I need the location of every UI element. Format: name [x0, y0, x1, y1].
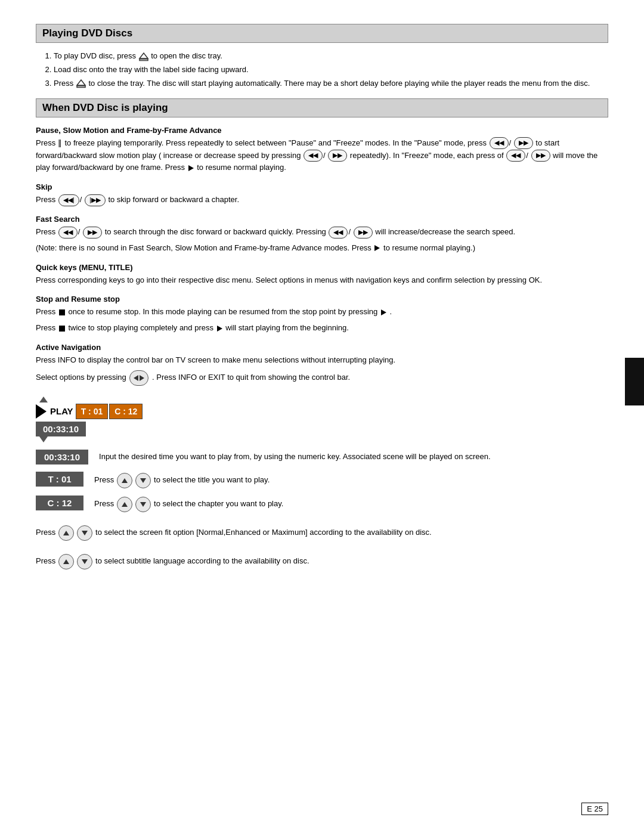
down-btn-screen	[77, 525, 92, 541]
section-title-1: Playing DVD Discs	[36, 24, 608, 43]
time-input-row: 00:33:10 Input the desired time you want…	[36, 450, 608, 465]
step-1: To play DVD disc, press to open the disc…	[54, 50, 608, 63]
play-icon-2	[374, 245, 380, 251]
arrow-right-icon	[140, 375, 144, 381]
play-text: PLAY	[50, 406, 73, 416]
play-label: PLAY	[36, 404, 73, 419]
step-2: Load disc onto the tray with the label s…	[54, 64, 608, 76]
quick-keys-text: Press corresponding keys to go into thei…	[36, 274, 608, 287]
rew-btn-2: ◀◀	[329, 227, 348, 239]
quick-keys-title: Quick keys (MENU, TITLE)	[36, 263, 608, 272]
timestamp-box: 00:33:10	[36, 422, 86, 436]
fast-search-text2: (Note: there is no sound in Fast Search,…	[36, 242, 608, 255]
step-3: Press to close the tray. The disc will s…	[54, 78, 608, 90]
play-icon-4	[217, 326, 222, 332]
chapter-label: C : 12	[36, 496, 83, 510]
up-arrow-subtitle-icon	[63, 559, 69, 564]
stop-icon	[59, 309, 65, 315]
up-btn-chapter	[117, 497, 132, 512]
section-playing-dvd: Playing DVD Discs To play DVD disc, pres…	[36, 24, 608, 90]
play-icon	[188, 165, 194, 171]
pause-text: Press ‖ to freeze playing temporarily. P…	[36, 137, 608, 175]
control-bar: PLAY T : 01 C : 12 00:33:10	[36, 397, 608, 442]
t-box: T : 01	[76, 404, 109, 419]
rew-btn: ◀◀	[58, 227, 78, 239]
page-number: E 25	[581, 803, 608, 815]
section-when-playing: When DVD Disc is playing Pause, Slow Mot…	[36, 98, 608, 569]
ffwd-btn-2: ▶▶	[328, 150, 347, 162]
ffwd-btn: ▶▶	[514, 137, 533, 149]
rewind-btn-2: ◀◀	[304, 150, 323, 162]
down-arrow-screen-icon	[82, 531, 88, 535]
rewind-btn-3: ◀◀	[506, 150, 525, 162]
eject-icon-2	[76, 78, 86, 90]
screen-fit-text: Press to select the screen fit option [N…	[36, 524, 432, 541]
section-title-2: When DVD Disc is playing	[36, 98, 608, 117]
stop-text2: Press twice to stop playing completely a…	[36, 322, 608, 335]
fwd-btn-2: ▶▶	[354, 227, 373, 239]
playing-steps: To play DVD disc, press to open the disc…	[54, 50, 608, 90]
up-btn-screen	[58, 525, 74, 541]
fast-search-title: Fast Search	[36, 215, 608, 224]
up-btn-title	[117, 473, 132, 488]
chapter-select-row: C : 12 Press to select the chapter you w…	[36, 496, 608, 512]
press-label-chapter: Press	[94, 499, 114, 508]
play-arrow-large-icon	[36, 404, 47, 419]
pause-icon: ‖	[58, 137, 63, 150]
down-arrow-title-icon	[140, 478, 146, 483]
pause-title: Pause, Slow Motion and Frame-by-Frame Ad…	[36, 126, 608, 135]
fast-search-text1: Press ◀◀/ ▶▶ to search through the disc …	[36, 226, 608, 239]
rewind-btn: ◀◀	[490, 137, 509, 149]
svg-marker-2	[77, 80, 85, 85]
eject-icon	[138, 50, 149, 63]
stop-text1: Press once to resume stop. In this mode …	[36, 306, 608, 318]
time-input-text: Input the desired time you want to play …	[99, 450, 491, 463]
active-nav-text1: Press INFO to display the control bar on…	[36, 354, 608, 367]
arrow-left-icon	[134, 375, 138, 381]
down-arrow-chapter-icon	[140, 502, 146, 507]
arrow-down-icon	[39, 436, 48, 442]
press-label-subtitle: Press	[36, 556, 55, 565]
active-nav-text2: Select options by pressing . Press INFO …	[36, 370, 608, 386]
down-btn-title	[135, 473, 151, 488]
fwd-btn: ▶▶	[83, 227, 102, 239]
press-label-screen: Press	[36, 528, 55, 537]
ffwd-btn-3: ▶▶	[531, 150, 550, 162]
press-label-title: Press	[94, 475, 114, 484]
svg-marker-0	[140, 53, 148, 58]
chapter-text: Press to select the chapter you want to …	[94, 496, 283, 512]
arrow-up-icon	[39, 397, 48, 402]
title-text: Press to select the title you want to pl…	[94, 472, 270, 488]
up-arrow-title-icon	[122, 478, 128, 483]
skip-back-btn: ◀◀|	[58, 194, 79, 206]
up-btn-subtitle	[58, 554, 74, 569]
active-nav-title: Active Navigation	[36, 343, 608, 352]
down-btn-subtitle	[77, 554, 92, 569]
subtitle-row: Press to select subtitle language accord…	[36, 553, 608, 569]
nav-lr-btn	[129, 370, 148, 386]
right-bar	[625, 358, 644, 405]
screen-fit-row: Press to select the screen fit option [N…	[36, 524, 608, 541]
up-arrow-chapter-icon	[122, 502, 128, 507]
stop-title: Stop and Resume stop	[36, 295, 608, 304]
control-bar-display: PLAY T : 01 C : 12	[36, 404, 143, 419]
c-box: C : 12	[109, 404, 143, 419]
skip-text: Press ◀◀|/ |▶▶ to skip forward or backwa…	[36, 194, 608, 206]
up-arrow-control	[39, 397, 48, 404]
title-label: T : 01	[36, 472, 83, 487]
svg-rect-3	[77, 86, 85, 88]
down-btn-chapter	[135, 497, 151, 512]
svg-rect-1	[140, 59, 148, 61]
down-arrow-subtitle-icon	[82, 559, 88, 564]
time-input-label: 00:33:10	[36, 450, 88, 465]
skip-title: Skip	[36, 182, 608, 191]
subtitle-text: Press to select subtitle language accord…	[36, 553, 309, 569]
play-icon-3	[381, 309, 386, 315]
title-select-row: T : 01 Press to select the title you wan…	[36, 472, 608, 488]
up-arrow-screen-icon	[63, 531, 69, 535]
down-arrow-control	[39, 436, 48, 442]
stop-icon-2	[59, 326, 65, 332]
skip-fwd-btn: |▶▶	[85, 194, 106, 206]
